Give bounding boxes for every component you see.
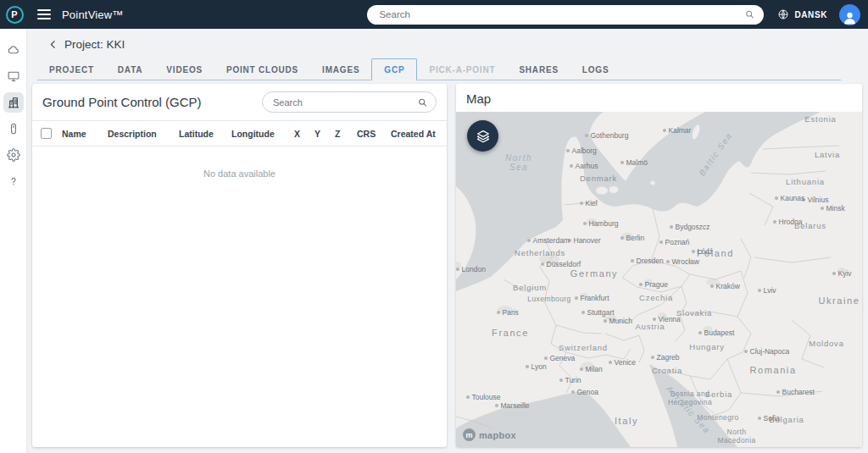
tab-bar: PROJECTDATAVIDEOSPOINT CLOUDSIMAGESGCPPI… [37, 58, 841, 80]
tab-logs[interactable]: LOGS [570, 59, 621, 80]
content-row: Ground Point Control (GCP) NameDescripti… [32, 84, 862, 447]
sidebar-item-settings[interactable] [3, 145, 24, 165]
map-label-city: Toulouse [466, 393, 501, 401]
sidebar-item-cloud[interactable] [3, 40, 24, 60]
mapbox-attribution[interactable]: m mapbox [463, 428, 516, 441]
gcp-panel: Ground Point Control (GCP) NameDescripti… [32, 84, 447, 447]
map-label-country: Denmark [580, 174, 617, 183]
map-label-city: Berlin [620, 234, 644, 242]
sidebar-item-display[interactable] [3, 66, 24, 86]
buildings-icon [7, 96, 20, 109]
tab-point-clouds[interactable]: POINT CLOUDS [214, 59, 310, 80]
avatar[interactable] [839, 4, 860, 25]
select-all-checkbox[interactable] [41, 128, 52, 139]
language-selector[interactable]: DANSK [777, 8, 827, 20]
map-label-country: Lithuania [786, 177, 825, 186]
map-label-country: Bosnia and Herzegovina [668, 389, 712, 406]
map-label-city: Cluj-Napoca [744, 347, 789, 356]
tab-shares[interactable]: SHARES [507, 59, 570, 80]
hamburger-menu-icon[interactable] [37, 9, 51, 19]
map-label-country: Belarus [794, 221, 826, 230]
column-header-description: Description [108, 129, 179, 139]
tab-videos[interactable]: VIDEOS [154, 59, 214, 80]
app-title: PointView™ [62, 8, 124, 21]
map-label-country: Belgium [513, 283, 547, 292]
global-search [367, 5, 764, 25]
tab-data[interactable]: DATA [106, 59, 155, 80]
column-header-longitude: Longitude [231, 129, 294, 139]
map-label-city: Wrocław [666, 257, 699, 266]
logo-p-icon: P [6, 6, 24, 24]
map-label-country: Croatia [652, 366, 682, 375]
map-label-country: Austria [635, 322, 665, 331]
map-label-country: Serbia [705, 389, 732, 399]
map-label-city: Kiel [580, 199, 598, 207]
map-label-sea: North Sea [505, 153, 532, 172]
map-label-city: Zagreb [651, 353, 679, 362]
map-label-sea: Adriatic Sea [665, 384, 712, 436]
column-header-latitude: Latitude [179, 129, 231, 139]
map-label-country: Luxembourg [527, 295, 570, 303]
gcp-table-header: NameDescriptionLatitudeLongitudeXYZCRSCr… [32, 120, 447, 146]
mapbox-logo-icon: m [463, 428, 476, 441]
main-content: Project: KKI PROJECTDATAVIDEOSPOINT CLOU… [27, 29, 868, 453]
mouse-icon [7, 122, 20, 135]
map-label-city: Frankfurt [575, 294, 609, 302]
map-layers-button[interactable] [467, 120, 498, 152]
sidebar-item-help[interactable] [3, 171, 24, 191]
map-label-city: Sofia [758, 414, 780, 423]
map-label-country: Netherlands [515, 248, 565, 257]
map-canvas[interactable]: EstoniaLatviaLithuaniaBelarusPolandGerma… [456, 112, 862, 447]
map-label-city: Milan [580, 365, 603, 373]
map-label-city: Kaunas [775, 194, 804, 202]
map-label-country: Switzerland [559, 343, 608, 352]
gear-icon [7, 148, 20, 162]
sidebar-item-projects[interactable] [3, 92, 24, 113]
search-icon [417, 97, 428, 108]
map-label-sea: Baltic Sea [697, 130, 733, 177]
map-label-city: Bucharest [776, 388, 815, 396]
column-header-x: X [294, 129, 314, 139]
map-label-country: Germany [570, 268, 618, 279]
map-label-city: London [456, 265, 486, 273]
gcp-panel-header: Ground Point Control (GCP) [32, 84, 447, 120]
map-label-country: Estonia [804, 113, 836, 123]
empty-state-message: No data available [32, 146, 447, 201]
gcp-search-input[interactable] [262, 91, 437, 113]
breadcrumb: Project: KKI [47, 38, 868, 51]
global-search-input[interactable] [367, 5, 764, 25]
map-label-city: Hanover [568, 236, 601, 245]
back-chevron-icon[interactable] [47, 39, 58, 50]
sidebar-item-device[interactable] [3, 119, 24, 139]
map-label-country: Bulgaria [769, 415, 804, 424]
map-label-city: Munich [604, 317, 632, 325]
globe-icon [777, 8, 789, 20]
tab-images[interactable]: IMAGES [310, 59, 371, 80]
map-label-country: Ukraine [818, 296, 860, 306]
map-panel: Map [456, 84, 862, 447]
cloud-icon [7, 43, 20, 57]
page-title: Project: KKI [64, 38, 125, 51]
map-label-country: Italy [615, 416, 638, 426]
map-label-city: Amsterdam [527, 236, 570, 245]
map-label-city: Düsseldorf [541, 260, 581, 268]
tab-gcp[interactable]: GCP [371, 58, 417, 80]
map-label-country: Latvia [815, 150, 840, 159]
map-label-city: Paris [497, 308, 519, 317]
gcp-table-columns: NameDescriptionLatitudeLongitudeXYZCRSCr… [62, 129, 442, 139]
map-label-city: Aalborg [566, 146, 597, 155]
column-header-z: Z [335, 129, 357, 139]
map-label-city: Turin [559, 376, 581, 384]
layers-icon [476, 129, 491, 144]
map-label-country: Slovakia [676, 308, 712, 318]
map-label-country: Moldova [809, 339, 844, 348]
map-panel-title: Map [456, 84, 862, 112]
map-label-country: North Macedonia [717, 428, 755, 445]
map-label-city: Hamburg [583, 219, 618, 228]
tab-project[interactable]: PROJECT [37, 59, 106, 80]
gcp-panel-title: Ground Point Control (GCP) [42, 95, 202, 109]
map-label-city: Vilnius [802, 196, 828, 204]
map-label-city: Geneva [544, 354, 575, 362]
map-label-city: Kyiv [832, 269, 852, 278]
sidebar-rail [0, 29, 27, 453]
